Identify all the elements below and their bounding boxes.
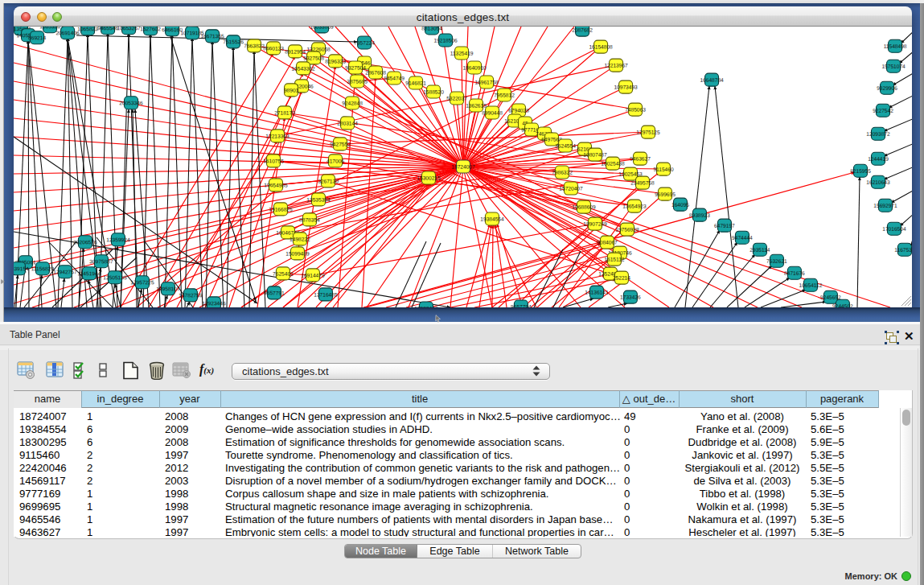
svg-text:10653267: 10653267 [117,27,141,31]
svg-text:6794028: 6794028 [508,109,529,114]
svg-text:9242848: 9242848 [342,101,363,106]
svg-text:15692971: 15692971 [873,204,897,209]
svg-text:3267130: 3267130 [318,179,339,184]
svg-text:9657794: 9657794 [511,305,532,307]
svg-text:8196323: 8196323 [325,59,346,64]
svg-text:2718170: 2718170 [274,110,295,116]
svg-text:8912954: 8912954 [285,49,306,55]
svg-text:19654985: 19654985 [264,183,288,188]
svg-text:12213363: 12213363 [265,134,290,139]
svg-text:16961758: 16961758 [474,80,499,86]
svg-text:17957225: 17957225 [130,280,154,286]
svg-text:2935114: 2935114 [749,248,770,253]
svg-text:9427552: 9427552 [330,142,351,147]
svg-text:98901: 98901 [284,88,299,93]
svg-text:2867608: 2867608 [365,70,386,76]
svg-text:30975887: 30975887 [89,259,113,265]
svg-text:15751074: 15751074 [881,64,906,70]
svg-text:8990448: 8990448 [482,111,503,117]
svg-text:8471676: 8471676 [784,271,805,277]
svg-text:13716485: 13716485 [314,292,338,298]
svg-text:1498222: 1498222 [290,237,310,242]
svg-text:1615112: 1615112 [604,257,625,263]
svg-text:869214: 869214 [28,35,46,41]
svg-text:9329906: 9329906 [877,86,897,92]
svg-text:8454749: 8454749 [384,76,405,81]
svg-text:6466160: 6466160 [162,27,183,33]
svg-text:10688609: 10688609 [572,205,596,211]
svg-text:16671355: 16671355 [200,34,224,39]
svg-text:20206576: 20206576 [73,240,97,245]
svg-text:9244502: 9244502 [832,304,853,307]
svg-text:9657791: 9657791 [264,290,285,296]
svg-text:7663822: 7663822 [244,43,265,49]
svg-text:7515526: 7515526 [223,39,244,45]
svg-text:10958107: 10958107 [156,286,180,292]
svg-text:10973493: 10973493 [614,85,638,91]
svg-text:12213967: 12213967 [604,64,628,69]
svg-text:16543362: 16543362 [291,66,315,72]
svg-text:7632621: 7632621 [766,259,787,265]
svg-text:15300215: 15300215 [417,175,441,181]
svg-text:15720407: 15720407 [559,187,583,192]
svg-text:9463627: 9463627 [630,157,651,163]
svg-text:17016504: 17016504 [882,227,906,233]
svg-text:2087682: 2087682 [572,28,593,34]
svg-text:18724007: 18724007 [451,164,475,170]
svg-text:20691406: 20691406 [55,31,80,36]
svg-text:7357224: 7357224 [354,40,375,46]
svg-text:1065326: 1065326 [39,27,60,30]
svg-text:10807487: 10807487 [583,153,607,159]
svg-text:7485063: 7485063 [625,108,646,113]
svg-text:16033809: 16033809 [310,27,334,30]
svg-text:9115460: 9115460 [653,167,674,173]
svg-text:8813054: 8813054 [421,27,442,31]
svg-text:1733426: 1733426 [620,295,641,301]
svg-text:16648784: 16648784 [700,78,724,84]
svg-text:252214: 252214 [613,276,630,282]
svg-text:1362615: 1362615 [466,104,487,109]
svg-text:11451944: 11451944 [77,271,101,277]
svg-text:5322037: 5322037 [446,96,467,101]
svg-text:10654112: 10654112 [799,283,822,289]
svg-text:15099489: 15099489 [285,251,310,257]
svg-text:9327504: 9327504 [345,65,366,71]
svg-text:9084067: 9084067 [597,241,618,246]
svg-text:14136141: 14136141 [585,290,609,296]
svg-text:19384554: 19384554 [480,217,504,223]
svg-text:16154808: 16154808 [589,45,613,51]
svg-text:9146821: 9146821 [405,80,426,86]
svg-text:164095: 164095 [671,203,689,208]
svg-text:19756928: 19756928 [615,228,639,233]
svg-text:1588520: 1588520 [423,89,444,95]
svg-text:23495758: 23495758 [630,181,655,187]
svg-text:19218506: 19218506 [433,38,458,43]
svg-text:10025438: 10025438 [601,162,625,167]
svg-text:3624554: 3624554 [555,144,576,150]
svg-text:8878354: 8878354 [299,217,320,223]
svg-text:7986322: 7986322 [552,171,573,176]
svg-text:12923446: 12923446 [202,301,226,307]
svg-text:12942757: 12942757 [53,270,77,275]
svg-text:1610755: 1610755 [263,159,284,164]
svg-text:18907249: 18907249 [583,222,607,228]
svg-text:19166825: 19166825 [269,207,293,212]
svg-text:11325419: 11325419 [450,51,474,56]
svg-text:8215955: 8215955 [850,169,871,175]
svg-text:18640910: 18640910 [462,66,487,72]
svg-text:12359924: 12359924 [106,237,130,243]
svg-text:8660123: 8660123 [263,46,284,51]
svg-text:9327508: 9327508 [303,56,324,61]
svg-text:6479197: 6479197 [714,224,735,229]
svg-text:11548498: 11548498 [884,44,907,50]
svg-text:13654923: 13654923 [622,204,647,210]
svg-text:12093872: 12093872 [866,132,890,138]
svg-text:12975125: 12975125 [636,130,660,136]
svg-text:1939154: 1939154 [14,266,29,272]
svg-text:1167534: 1167534 [894,248,912,253]
svg-text:9699695: 9699695 [655,192,676,198]
svg-text:417006: 417006 [326,159,344,164]
svg-text:20053346: 20053346 [119,101,143,106]
svg-text:12923448: 12923448 [414,306,438,307]
svg-text:1065823: 1065823 [77,27,98,32]
